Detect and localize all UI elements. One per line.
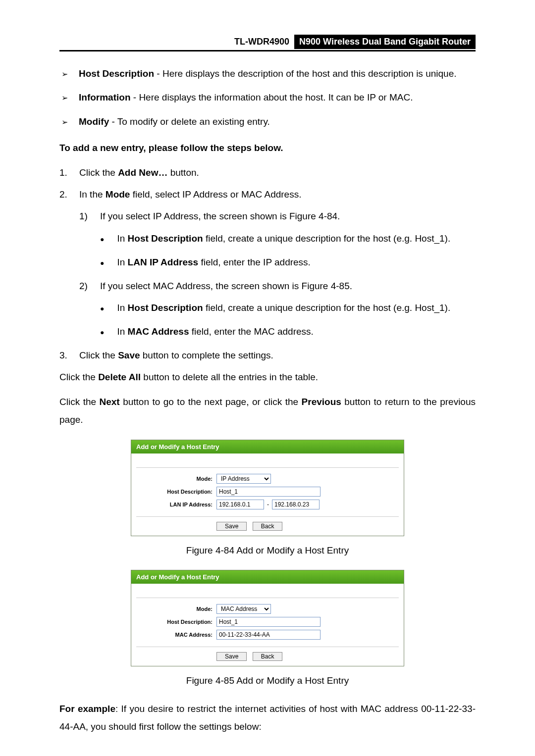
mac-address-input[interactable] — [216, 630, 321, 640]
field-label: Host Description: — [136, 489, 216, 495]
mode-select[interactable]: MAC Address — [216, 604, 271, 614]
section-heading: To add a new entry, please follow the st… — [59, 139, 476, 157]
figure-panel: Add or Modify a Host Entry Mode: IP Addr… — [131, 440, 404, 536]
list-text: Modify - To modify or delete an existing… — [79, 114, 270, 129]
panel-title: Add or Modify a Host Entry — [131, 570, 404, 584]
figure-panel: Add or Modify a Host Entry Mode: MAC Add… — [131, 570, 404, 666]
panel-title: Add or Modify a Host Entry — [131, 440, 404, 454]
figure-caption: Figure 4-84 Add or Modify a Host Entry — [59, 545, 476, 556]
field-label: Mode: — [136, 476, 216, 482]
list-item: 2. In the Mode field, select IP Address … — [59, 186, 476, 203]
lan-ip-from-input[interactable] — [216, 500, 264, 509]
list-text: Host Description - Here displays the des… — [79, 66, 456, 81]
list-item: 1) If you select IP Address, the screen … — [79, 207, 476, 225]
arrow-icon: ➢ — [61, 68, 68, 81]
save-button[interactable]: Save — [216, 652, 247, 661]
list-item: ● In Host Description field, create a un… — [100, 299, 476, 317]
list-item: ➢ Modify - To modify or delete an existi… — [59, 114, 476, 129]
list-text: Information - Here displays the informat… — [79, 90, 413, 105]
list-item: 1. Click the Add New… button. — [59, 164, 476, 182]
list-item: ➢ Information - Here displays the inform… — [59, 90, 476, 105]
header-model: TL-WDR4900 — [229, 35, 294, 49]
list-item: ● In MAC Address field, enter the MAC ad… — [100, 323, 476, 341]
list-item: ● In Host Description field, create a un… — [100, 230, 476, 248]
back-button[interactable]: Back — [253, 522, 283, 531]
save-button[interactable]: Save — [216, 522, 247, 531]
field-label: Host Description: — [136, 619, 216, 625]
mode-select[interactable]: IP Address — [216, 474, 271, 484]
host-description-input[interactable] — [216, 487, 321, 497]
field-label: MAC Address: — [136, 632, 216, 638]
paragraph: For example: If you desire to restrict t… — [59, 700, 476, 736]
lan-ip-to-input[interactable] — [272, 500, 320, 509]
dash-separator: - — [267, 501, 269, 508]
header-title: N900 Wireless Dual Band Gigabit Router — [294, 35, 476, 49]
bullet-icon: ● — [100, 326, 104, 341]
back-button[interactable]: Back — [253, 652, 283, 661]
paragraph: Click the Delete All button to delete al… — [59, 368, 476, 386]
arrow-icon: ➢ — [61, 92, 68, 105]
field-label: LAN IP Address: — [136, 502, 216, 507]
page-header: TL-WDR4900 N900 Wireless Dual Band Gigab… — [59, 35, 476, 51]
list-item: 2) If you select MAC Address, the screen… — [79, 277, 476, 295]
figure-caption: Figure 4-85 Add or Modify a Host Entry — [59, 675, 476, 686]
list-item: ● In LAN IP Address field, enter the IP … — [100, 253, 476, 271]
bullet-icon: ● — [100, 302, 104, 317]
paragraph: Click the Next button to go to the next … — [59, 393, 476, 429]
host-description-input[interactable] — [216, 617, 321, 627]
list-item: ➢ Host Description - Here displays the d… — [59, 66, 476, 81]
arrow-icon: ➢ — [61, 116, 68, 129]
bullet-icon: ● — [100, 256, 104, 271]
bullet-icon: ● — [100, 233, 104, 248]
field-label: Mode: — [136, 606, 216, 612]
list-item: 3. Click the Save button to complete the… — [59, 347, 476, 364]
